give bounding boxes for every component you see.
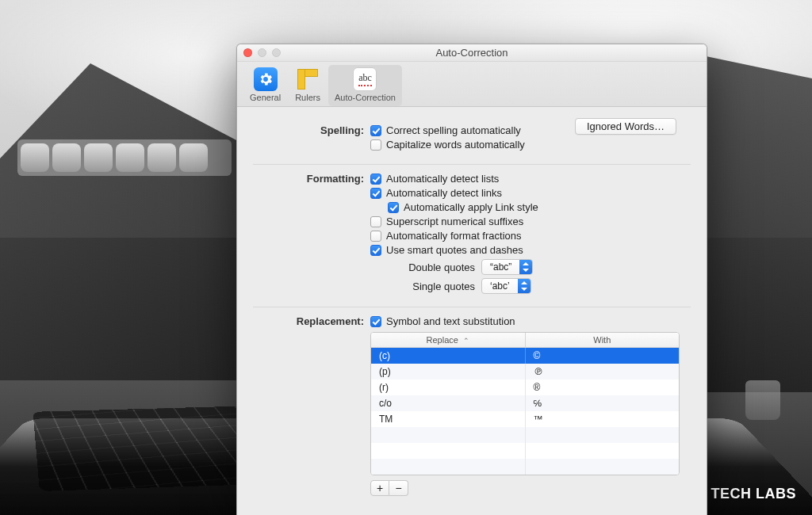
remove-button[interactable]: − [389, 480, 408, 496]
cell-replace: (c) [371, 348, 526, 364]
zoom-icon[interactable] [272, 48, 281, 57]
dock [17, 139, 232, 176]
checkbox-detect-links[interactable] [370, 188, 381, 199]
label-format-fractions: Automatically format fractions [386, 230, 522, 242]
tab-general[interactable]: General [243, 65, 287, 106]
popup-single-quotes-value: ‘abc’ [482, 280, 518, 292]
section-heading-replacement: Replacement: [253, 315, 370, 496]
table-row[interactable]: TM™ [371, 411, 679, 427]
minimize-icon[interactable] [258, 48, 266, 57]
tab-rulers[interactable]: Rulers [289, 65, 327, 106]
replacement-table: Replace⌃ With (c)©(p)℗(r)®c/o℅TM™ [370, 332, 680, 475]
table-row[interactable]: (c)© [371, 348, 679, 364]
cell-with: ℗ [526, 364, 680, 380]
checkbox-superscript-suffixes[interactable] [370, 216, 381, 227]
section-heading-formatting: Formatting: [253, 173, 370, 296]
chevron-updown-icon [519, 260, 532, 274]
cell-replace: c/o [371, 395, 526, 411]
cell-replace: TM [371, 411, 526, 427]
cell-with: ® [526, 380, 680, 395]
titlebar[interactable]: Auto-Correction [237, 44, 707, 62]
label-single-quotes: Single quotes [388, 280, 475, 292]
section-heading-spelling: Spelling: [253, 124, 370, 153]
popup-double-quotes-value: “abc” [482, 261, 519, 273]
table-row-empty [371, 427, 679, 443]
checkbox-format-fractions[interactable] [370, 231, 381, 242]
toolbar: General Rulers abc Auto-Correction [237, 62, 707, 107]
table-row[interactable]: c/o℅ [371, 395, 679, 411]
checkbox-symbol-substitution[interactable] [370, 316, 381, 327]
sort-asc-icon: ⌃ [463, 337, 469, 345]
cell-replace: (p) [371, 364, 526, 380]
tab-auto-correction[interactable]: abc Auto-Correction [328, 65, 402, 106]
abc-icon: abc [353, 67, 377, 91]
section-formatting: Formatting: Automatically detect lists A… [253, 164, 691, 307]
cell-with: ™ [526, 411, 680, 427]
label-correct-spelling: Correct spelling automatically [386, 124, 521, 136]
section-replacement: Replacement: Symbol and text substitutio… [253, 307, 691, 507]
popup-double-quotes[interactable]: “abc” [481, 259, 533, 275]
label-detect-lists: Automatically detect lists [386, 173, 499, 185]
table-row[interactable]: (r)® [371, 380, 679, 395]
cell-replace: (r) [371, 380, 526, 395]
label-apply-link-style: Automatically apply Link style [404, 201, 538, 213]
gear-icon [254, 67, 278, 91]
tab-label: Rulers [295, 93, 320, 102]
close-icon[interactable] [243, 48, 252, 57]
table-row-empty [371, 459, 679, 475]
label-capitalize-words: Capitalize words automatically [386, 139, 525, 151]
ignored-words-button[interactable]: Ignored Words… [575, 118, 676, 135]
label-superscript-suffixes: Superscript numerical suffixes [386, 216, 523, 227]
popup-single-quotes[interactable]: ‘abc’ [481, 278, 531, 294]
tab-label: Auto-Correction [335, 93, 396, 102]
trash-icon [745, 380, 780, 420]
column-header-replace[interactable]: Replace⌃ [371, 333, 526, 347]
cell-with: © [526, 348, 680, 364]
checkbox-capitalize-words[interactable] [370, 139, 381, 151]
chevron-updown-icon [518, 279, 530, 293]
add-button[interactable]: + [370, 480, 389, 496]
section-spelling: Spelling: Correct spelling automatically… [253, 116, 691, 164]
checkbox-apply-link-style[interactable] [388, 202, 399, 213]
table-row[interactable]: (p)℗ [371, 364, 679, 380]
label-double-quotes: Double quotes [388, 261, 475, 273]
cell-with: ℅ [526, 395, 680, 411]
table-row-empty [371, 443, 679, 459]
column-header-with[interactable]: With [526, 333, 680, 347]
label-smart-quotes: Use smart quotes and dashes [386, 244, 523, 256]
ruler-icon [296, 67, 320, 91]
window-title: Auto-Correction [237, 44, 707, 62]
checkbox-correct-spelling[interactable] [370, 125, 381, 136]
checkbox-detect-lists[interactable] [370, 174, 381, 185]
checkbox-smart-quotes[interactable] [370, 245, 381, 256]
preferences-window: Auto-Correction General Rulers abc Auto-… [236, 44, 707, 515]
label-symbol-substitution: Symbol and text substitution [386, 315, 515, 327]
label-detect-links: Automatically detect links [386, 187, 502, 199]
tab-label: General [250, 93, 281, 102]
